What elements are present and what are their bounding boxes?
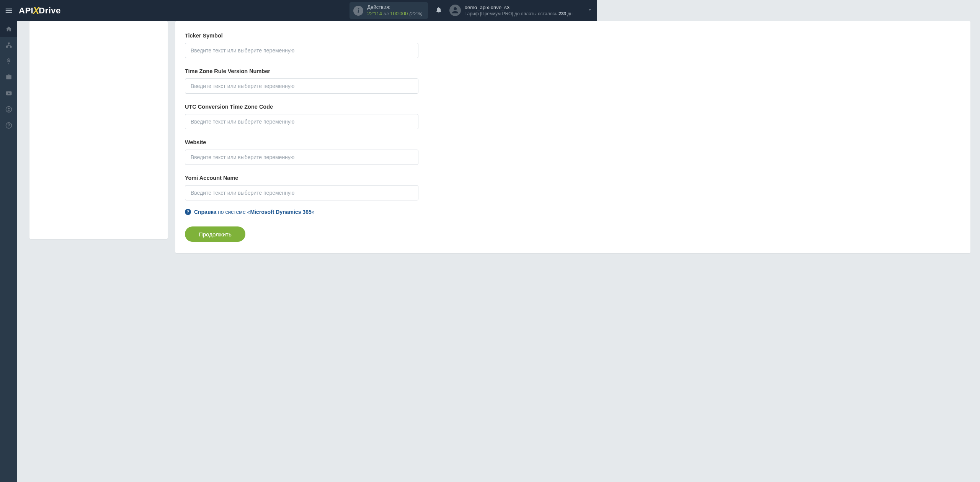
actions-stats: 22'114 из 100'000 (22%) (367, 11, 422, 17)
logo-text-x: X (33, 5, 39, 16)
logo[interactable]: API X Drive (19, 5, 61, 16)
header-dropdown[interactable] (587, 7, 593, 14)
yomi-account-input[interactable] (185, 185, 418, 200)
notifications-button[interactable] (435, 6, 443, 15)
svg-point-0 (454, 7, 457, 10)
field-ticker-symbol: Ticker Symbol (185, 33, 418, 58)
sidebar-item-help[interactable] (0, 117, 17, 134)
logo-text-api: API (19, 6, 33, 16)
left-panel (29, 21, 168, 239)
continue-button[interactable]: Продолжить (185, 226, 245, 242)
youtube-icon (5, 90, 12, 97)
user-circle-icon (5, 106, 12, 113)
field-yomi-account: Yomi Account Name (185, 175, 418, 200)
help-icon: ? (185, 209, 191, 215)
field-label: Yomi Account Name (185, 175, 418, 181)
svg-point-6 (8, 108, 10, 110)
help-link[interactable]: ? Справка по системе «Microsoft Dynamics… (185, 209, 418, 215)
menu-toggle-button[interactable] (0, 0, 17, 21)
main-content: Ticker Symbol Time Zone Rule Version Num… (17, 21, 597, 294)
sidebar-item-billing[interactable] (0, 53, 17, 69)
svg-rect-3 (10, 46, 12, 48)
bell-icon (435, 6, 443, 14)
avatar (449, 5, 461, 16)
website-input[interactable] (185, 150, 418, 165)
hamburger-icon (5, 7, 13, 15)
user-menu[interactable]: demo_apix-drive_s3 Тариф |Премиум PRO| д… (449, 4, 573, 17)
logo-text-drive: Drive (39, 6, 61, 16)
field-website: Website (185, 139, 418, 165)
field-label: UTC Conversion Time Zone Code (185, 104, 418, 110)
sidebar-item-video[interactable] (0, 85, 17, 101)
question-icon (5, 122, 12, 129)
sitemap-icon (5, 42, 12, 49)
briefcase-icon (5, 74, 12, 81)
sidebar-item-home[interactable] (0, 21, 17, 37)
chevron-down-icon (587, 7, 593, 13)
field-label: Website (185, 139, 418, 145)
user-name: demo_apix-drive_s3 (465, 4, 573, 11)
svg-rect-2 (6, 46, 8, 48)
svg-rect-1 (8, 42, 10, 44)
sidebar-item-connections[interactable] (0, 37, 17, 53)
user-icon (451, 6, 460, 15)
home-icon (5, 26, 12, 33)
actions-label: Действия: (367, 4, 422, 11)
actions-badge[interactable]: i Действия: 22'114 из 100'000 (22%) (350, 2, 428, 19)
timezone-rule-input[interactable] (185, 78, 418, 94)
field-label: Time Zone Rule Version Number (185, 68, 418, 74)
sidebar-item-account[interactable] (0, 101, 17, 117)
ticker-symbol-input[interactable] (185, 43, 418, 58)
svg-point-8 (8, 127, 9, 127)
field-timezone-rule: Time Zone Rule Version Number (185, 68, 418, 94)
form-panel: Ticker Symbol Time Zone Rule Version Num… (175, 21, 597, 253)
field-label: Ticker Symbol (185, 33, 418, 39)
user-tariff: Тариф |Премиум PRO| до оплаты осталось 2… (465, 11, 573, 17)
sidebar (0, 21, 17, 294)
dollar-icon (5, 58, 12, 65)
info-icon: i (353, 6, 363, 16)
field-utc-conversion: UTC Conversion Time Zone Code (185, 104, 418, 129)
sidebar-item-briefcase[interactable] (0, 69, 17, 85)
top-header: API X Drive i Действия: 22'114 из 100'00… (0, 0, 597, 21)
utc-conversion-input[interactable] (185, 114, 418, 129)
